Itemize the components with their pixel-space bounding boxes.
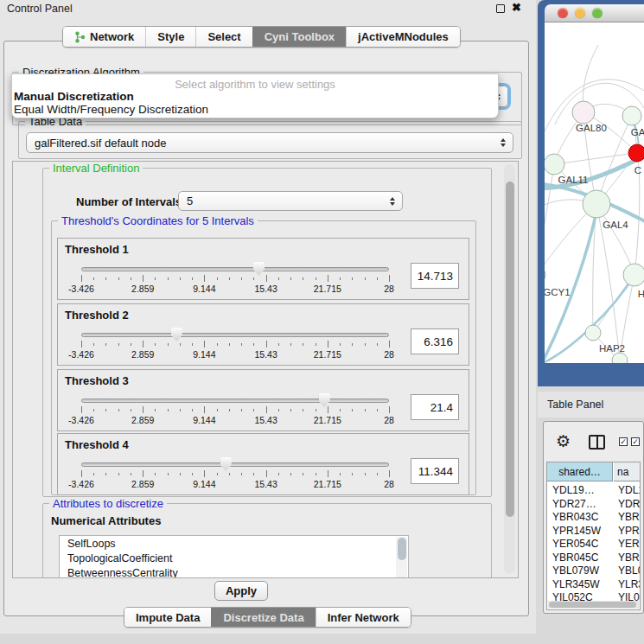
- threshold-2-panel: Threshold 2 -3.4262.8599.14415.4321.7152…: [57, 303, 469, 366]
- network-node[interactable]: [572, 101, 595, 124]
- network-node[interactable]: [545, 266, 545, 284]
- threshold-1-value[interactable]: 14.713: [411, 263, 459, 289]
- network-window-titlebar[interactable]: [545, 4, 644, 22]
- control-panel: Control Panel ✖ Network Style Select Cyn…: [0, 0, 536, 634]
- numerical-attributes-list[interactable]: SelfLoopsTopologicalCoefficientBetweenne…: [59, 535, 409, 578]
- zoom-traffic-light[interactable]: [592, 8, 603, 18]
- slider-track: [81, 399, 389, 403]
- slider-thumb[interactable]: [253, 262, 265, 276]
- slider-thumb[interactable]: [319, 393, 330, 407]
- network-node[interactable]: [612, 353, 628, 363]
- close-traffic-light[interactable]: [558, 8, 568, 18]
- scrollbar-thumb[interactable]: [506, 182, 514, 517]
- table-data-value: galFiltered.sif default node: [35, 137, 166, 150]
- slider-thumb[interactable]: [171, 328, 182, 341]
- column-header-name[interactable]: na: [614, 462, 641, 481]
- table-toolbar: ⚙ ✓ ✓: [544, 422, 643, 461]
- network-node[interactable]: [622, 106, 641, 125]
- spinner-arrows-icon: [390, 192, 395, 210]
- minimize-traffic-light[interactable]: [575, 8, 585, 18]
- panel-scrollbar[interactable]: [504, 164, 515, 574]
- control-panel-titlebar: Control Panel ✖: [0, 0, 536, 17]
- algorithm-placeholder: Select algorithm to view settings: [12, 78, 498, 91]
- threshold-2-value[interactable]: 6.316: [411, 328, 459, 354]
- slider-tick-labels: -3.4262.8599.14415.4321.71528: [81, 415, 389, 425]
- number-of-intervals-spinner[interactable]: 5: [178, 191, 403, 211]
- threshold-3-slider[interactable]: -3.4262.8599.14415.4321.71528: [81, 392, 389, 427]
- column-header-shared-name[interactable]: shared…: [547, 462, 613, 481]
- number-of-intervals-label: Number of Intervals: [76, 195, 182, 208]
- network-window: GAL80GACGAL11GAL4HGCY1HAP2: [538, 0, 644, 386]
- slider-ticks: [81, 406, 389, 414]
- table-row[interactable]: YBL079WYBL0: [547, 564, 641, 577]
- cyni-toolbox-panel: Discretization Algorithm Table Data galF…: [3, 41, 529, 616]
- tab-style[interactable]: Style: [145, 27, 195, 47]
- table-row[interactable]: YBR043CYBR0: [547, 510, 641, 524]
- tab-discretize-data[interactable]: Discretize Data: [211, 608, 315, 627]
- threshold-3-panel: Threshold 3 -3.4262.8599.14415.4321.7152…: [57, 369, 469, 431]
- slider-thumb[interactable]: [220, 457, 232, 471]
- algorithm-option-manual[interactable]: Manual Discretization: [14, 90, 134, 103]
- gear-icon[interactable]: ⚙: [556, 431, 571, 451]
- network-node[interactable]: [628, 144, 644, 162]
- node-label: GAL4: [603, 220, 628, 230]
- tab-network[interactable]: Network: [63, 27, 145, 47]
- algorithm-option-equal-width[interactable]: Equal Width/Frequency Discretization: [14, 103, 208, 116]
- threshold-3-value[interactable]: 21.4: [411, 394, 459, 420]
- network-node[interactable]: [623, 264, 644, 286]
- slider-ticks: [81, 341, 389, 348]
- table-row[interactable]: YLR345WYLR3: [547, 577, 641, 591]
- apply-button[interactable]: Apply: [214, 581, 268, 601]
- table-horizontal-scrollbar[interactable]: [548, 601, 639, 609]
- scrollbar-thumb[interactable]: [549, 602, 636, 608]
- network-node[interactable]: [585, 325, 601, 341]
- tab-jactivemnodules[interactable]: jActiveMNodules: [346, 27, 460, 47]
- list-item[interactable]: SelfLoops: [60, 536, 408, 551]
- slider-track: [81, 267, 389, 271]
- table-row[interactable]: YDR27…YDR2: [547, 497, 641, 511]
- table-row[interactable]: YER054CYER0: [547, 537, 641, 551]
- bottom-tab-bar: Impute Data Discretize Data Infer Networ…: [124, 607, 411, 628]
- list-item[interactable]: TopologicalCoefficient: [60, 551, 408, 565]
- threshold-2-label: Threshold 2: [65, 309, 129, 322]
- interval-definition-title: Interval Definition: [49, 162, 143, 175]
- threshold-4-slider[interactable]: -3.4262.8599.14415.4321.71528: [81, 456, 389, 491]
- slider-ticks: [81, 470, 389, 478]
- tab-cyni-toolbox[interactable]: Cyni Toolbox: [252, 27, 346, 47]
- table-row[interactable]: YBR045CYBR0: [547, 551, 641, 564]
- top-tab-bar: Network Style Select Cyni Toolbox jActiv…: [62, 26, 461, 48]
- network-canvas[interactable]: GAL80GACGAL11GAL4HGCY1HAP2: [545, 22, 644, 363]
- threshold-1-label: Threshold 1: [65, 243, 129, 256]
- thresholds-group-title: Threshold's Coordinates for 5 Intervals: [58, 214, 258, 227]
- number-of-intervals-value: 5: [187, 194, 193, 207]
- tab-select[interactable]: Select: [195, 27, 252, 47]
- node-table[interactable]: shared… na YDL19…YDL1YDR27…YDR2YBR043CYB…: [546, 462, 641, 610]
- table-row[interactable]: YPR145WYPR1: [547, 524, 641, 538]
- node-label: GAL11: [558, 175, 589, 185]
- threshold-3-label: Threshold 3: [65, 374, 129, 387]
- list-scrollbar[interactable]: [396, 537, 407, 578]
- close-icon[interactable]: ✖: [512, 1, 521, 14]
- threshold-4-value[interactable]: 11.344: [411, 458, 459, 484]
- list-item[interactable]: BetweennessCentrality: [60, 565, 408, 578]
- threshold-4-panel: Threshold 4 -3.4262.8599.14415.4321.7152…: [57, 433, 469, 495]
- checkbox-icon-1[interactable]: ✓: [619, 437, 628, 446]
- table-row[interactable]: YDL19…YDL1: [547, 483, 641, 497]
- network-node[interactable]: [583, 190, 610, 218]
- network-node[interactable]: [545, 154, 564, 175]
- node-label: GAL80: [576, 123, 607, 133]
- table-data-group: Table Data galFiltered.sif default node: [18, 121, 522, 159]
- checkbox-icon-2[interactable]: ✓: [631, 437, 640, 446]
- network-icon: [74, 31, 86, 43]
- table-data-combo[interactable]: galFiltered.sif default node: [26, 132, 513, 153]
- slider-tick-labels: -3.4262.8599.14415.4321.71528: [81, 479, 389, 489]
- attributes-group-title: Attributes to discretize: [49, 497, 167, 510]
- float-window-icon[interactable]: [496, 4, 505, 13]
- slider-track: [81, 333, 389, 337]
- threshold-2-slider[interactable]: -3.4262.8599.14415.4321.71528: [81, 327, 389, 361]
- threshold-1-slider[interactable]: -3.4262.8599.14415.4321.71528: [81, 261, 389, 296]
- slider-track: [81, 462, 389, 467]
- tab-infer-network[interactable]: Infer Network: [316, 608, 411, 627]
- columns-icon[interactable]: [589, 435, 605, 450]
- tab-impute-data[interactable]: Impute Data: [124, 608, 211, 627]
